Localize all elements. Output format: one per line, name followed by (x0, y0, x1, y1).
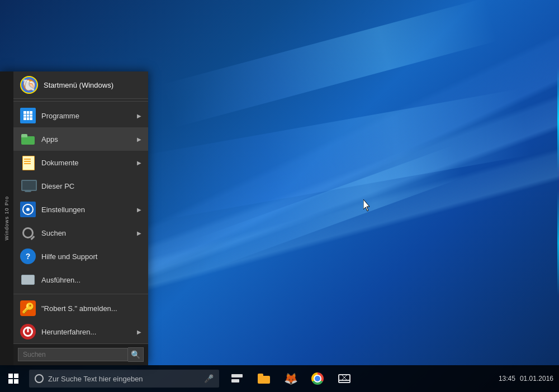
power-button-icon (23, 327, 33, 337)
menu-divider-middle (13, 294, 148, 294)
einstellungen-icon (20, 202, 36, 217)
abmelden-icon: 🔑 (20, 300, 36, 316)
firefox-icon: 🦊 (284, 372, 298, 385)
mail-button[interactable] (332, 366, 357, 391)
apps-folder-icon (21, 133, 35, 145)
menu-item-dieser-pc[interactable]: Dieser PC (13, 174, 148, 198)
ausfuehren-label: Ausführen... (41, 276, 141, 284)
file-explorer-icon (258, 374, 270, 384)
menu-divider-top (13, 101, 148, 102)
herunterfahren-arrow: ▶ (137, 329, 141, 335)
grid-icon (23, 111, 32, 120)
firefox-button[interactable]: 🦊 (278, 366, 303, 391)
menu-item-herunterfahren[interactable]: Herunterfahren... ▶ (13, 320, 148, 343)
taskbar-right-section: 13:45 01.01.2016 (499, 375, 559, 383)
start-menu: Windows 10 Pro 🐚 Startmenü (Windows) Pro… (0, 71, 148, 365)
abmelden-label: "Robert S." abmelden... (41, 304, 141, 313)
taskbar-clock: 13:45 (499, 375, 515, 383)
herunterfahren-icon (20, 324, 36, 340)
task-view-icon (231, 374, 243, 383)
apps-label: Apps (41, 135, 137, 144)
menu-item-ausfuehren[interactable]: Ausführen... (13, 268, 148, 291)
dokumente-icon (20, 155, 36, 170)
menu-item-abmelden[interactable]: 🔑 "Robert S." abmelden... (13, 297, 148, 320)
task-view-button[interactable] (225, 366, 249, 391)
suchen-label: Suchen (41, 229, 137, 237)
dieser-pc-icon (20, 178, 36, 194)
mail-icon (338, 374, 350, 383)
run-window-icon (21, 275, 35, 285)
menu-header: 🐚 Startmenü (Windows) (13, 71, 148, 99)
herunterfahren-label: Herunterfahren... (41, 328, 137, 336)
taskbar-mic-icon[interactable]: 🎤 (204, 374, 214, 383)
hilfe-label: Hilfe und Support (41, 252, 141, 261)
apps-arrow: ▶ (137, 136, 141, 142)
key-icon: 🔑 (22, 302, 34, 314)
menu-item-apps[interactable]: Apps ▶ (13, 127, 148, 151)
menu-search-input[interactable] (18, 348, 128, 361)
start-windows-icon (8, 374, 18, 384)
suchen-arrow: ▶ (137, 230, 141, 236)
taskbar-search-bar[interactable]: Zur Suche Text hier eingeben 🎤 (29, 370, 219, 388)
taskbar-search-text: Zur Suche Text hier eingeben (48, 375, 202, 383)
taskbar-start-button[interactable] (0, 365, 27, 392)
menu-item-programme[interactable]: Programme ▶ (13, 104, 148, 127)
menu-content: 🐚 Startmenü (Windows) Programme ▶ Apps ▶ (13, 71, 148, 365)
vertical-brand-text: Windows 10 Pro (0, 71, 13, 365)
menu-item-suchen[interactable]: Suchen ▶ (13, 221, 148, 245)
doc-folder-icon (22, 156, 34, 169)
einstellungen-label: Einstellungen (41, 205, 137, 214)
taskbar-date: 01.01.2016 (520, 375, 553, 383)
pc-desktop-icon (21, 180, 35, 192)
einstellungen-arrow: ▶ (137, 207, 141, 213)
menu-title: Startmenü (Windows) (44, 81, 113, 89)
taskbar-search-icon (35, 374, 44, 383)
hilfe-icon: ? (20, 248, 36, 264)
dieser-pc-label: Dieser PC (41, 182, 141, 190)
help-question-icon: ? (26, 252, 31, 261)
menu-item-dokumente[interactable]: Dokumente ▶ (13, 151, 148, 174)
dokumente-label: Dokumente (41, 159, 137, 167)
ausfuehren-icon (20, 272, 36, 288)
settings-gear-icon (22, 204, 34, 215)
search-glass-icon (22, 227, 34, 238)
menu-search-button[interactable]: 🔍 (128, 347, 144, 362)
menu-search-bar: 🔍 (13, 343, 148, 365)
menu-item-hilfe[interactable]: ? Hilfe und Support (13, 245, 148, 268)
apps-icon (20, 131, 36, 147)
programme-icon (20, 108, 36, 123)
taskbar: Zur Suche Text hier eingeben 🎤 🦊 13:45 (0, 365, 559, 392)
app-logo-icon: 🐚 (20, 76, 38, 94)
taskbar-middle-section: 🦊 (225, 366, 357, 391)
menu-item-einstellungen[interactable]: Einstellungen ▶ (13, 198, 148, 221)
programme-label: Programme (41, 112, 137, 120)
programme-arrow: ▶ (137, 113, 141, 119)
file-explorer-button[interactable] (252, 366, 276, 391)
suchen-icon (20, 225, 36, 241)
dokumente-arrow: ▶ (137, 160, 141, 166)
chrome-button[interactable] (305, 366, 330, 391)
chrome-icon (311, 372, 324, 385)
